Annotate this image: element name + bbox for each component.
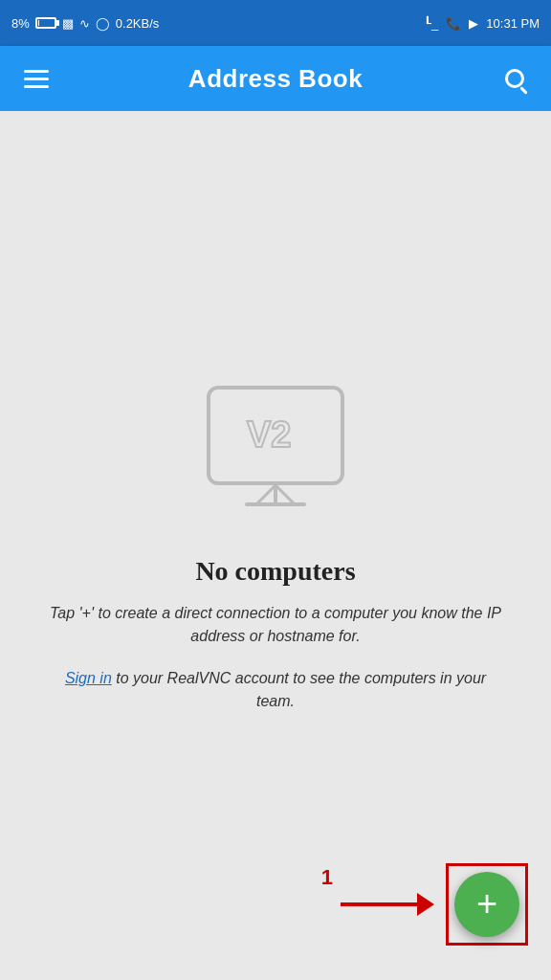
search-handle — [519, 86, 527, 94]
terminal-icon: ┖_ — [424, 16, 438, 31]
search-icon — [505, 69, 524, 88]
hamburger-line-3 — [24, 85, 49, 88]
network-speed: 0.2KB/s — [116, 16, 160, 31]
monitor-illustration: V2 — [194, 378, 357, 525]
arrow-shape — [341, 893, 434, 916]
battery-percent: 8% — [11, 16, 30, 31]
signal-icon: ▩ — [62, 16, 74, 31]
menu-button[interactable] — [15, 57, 57, 100]
sign-in-suffix: to your RealVNC account to see the compu… — [116, 670, 486, 709]
status-bar: 8% ▩ ∿ ◯ 0.2KB/s ┖_ 📞 ▶ 10:31 PM — [0, 0, 551, 46]
fab-highlight-box: + — [446, 863, 528, 946]
main-content: V2 No computers Tap '+' to create a dire… — [0, 111, 551, 980]
sign-in-link[interactable]: Sign in — [65, 670, 112, 686]
hamburger-line-2 — [24, 78, 49, 80]
status-left: 8% ▩ ∿ ◯ 0.2KB/s — [11, 16, 159, 31]
time-display: 10:31 PM — [486, 16, 540, 31]
monitor-svg: V2 — [194, 378, 357, 522]
app-bar: Address Book — [0, 46, 551, 111]
arrow-line — [341, 902, 417, 906]
page-title: Address Book — [188, 64, 363, 94]
battery-icon — [35, 17, 56, 29]
wifi-icon: ∿ — [79, 16, 90, 31]
annotation-number: 1 — [321, 865, 333, 890]
status-right: ┖_ 📞 ▶ 10:31 PM — [424, 16, 540, 31]
empty-state-title: No computers — [195, 556, 355, 587]
arrow-head — [417, 893, 434, 916]
add-button[interactable]: + — [454, 872, 519, 937]
svg-text:V2: V2 — [247, 414, 291, 455]
clock-icon: ◯ — [96, 16, 110, 31]
search-button[interactable] — [494, 57, 536, 100]
empty-state-description: Tap '+' to create a direct connection to… — [36, 602, 515, 648]
add-icon: + — [476, 885, 497, 922]
arrow-annotation: 1 — [321, 892, 434, 917]
hamburger-line-1 — [24, 70, 49, 73]
fab-area: 1 + — [321, 863, 528, 946]
sign-in-paragraph: Sign in to your RealVNC account to see t… — [46, 667, 505, 713]
video-icon: ▶ — [469, 16, 478, 31]
phone-icon: 📞 — [446, 16, 461, 31]
